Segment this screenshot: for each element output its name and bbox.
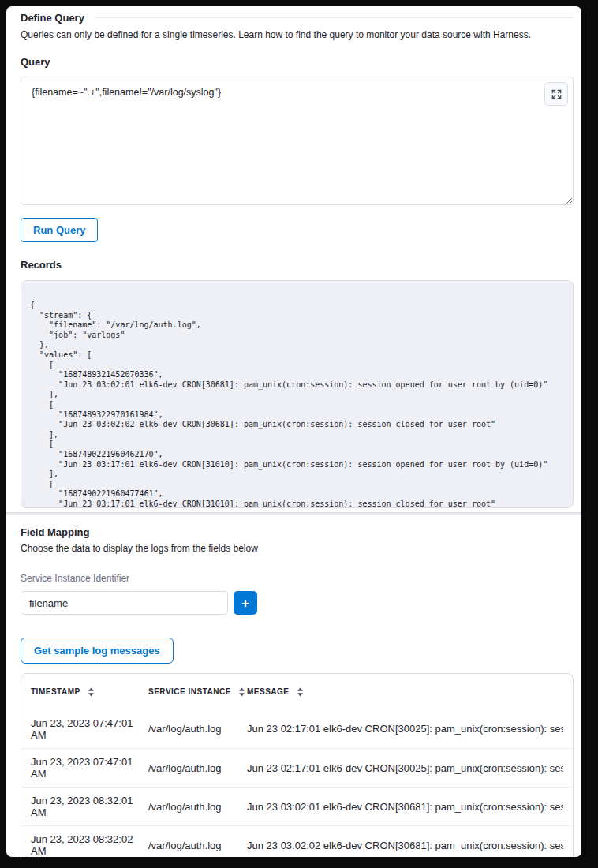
records-panel[interactable]: { "stream": { "filename": "/var/log/auth…	[21, 280, 574, 508]
records-label: Records	[21, 259, 574, 271]
table-row[interactable]: Jun 23, 2023 07:47:01 AM /var/log/auth.l…	[21, 748, 573, 787]
field-mapping-section: Field Mapping Choose the data to display…	[6, 515, 581, 857]
table-row[interactable]: Jun 23, 2023 07:47:01 AM /var/log/auth.l…	[21, 709, 573, 748]
column-header-label: TIMESTAMP	[31, 687, 80, 696]
cell-timestamp: Jun 23, 2023 08:32:02 AM	[31, 833, 148, 857]
cell-message: Jun 23 02:17:01 elk6-dev CRON[30025]: pa…	[247, 723, 563, 735]
column-header-message[interactable]: MESSAGE	[247, 687, 563, 697]
field-mapping-title: Field Mapping	[21, 526, 574, 538]
cell-service-instance: /var/log/auth.log	[148, 840, 247, 851]
cell-timestamp: Jun 23, 2023 08:32:01 AM	[31, 795, 148, 818]
column-header-label: SERVICE INSTANCE	[148, 687, 231, 696]
define-query-title: Define Query	[21, 12, 84, 24]
run-query-button[interactable]: Run Query	[21, 218, 98, 242]
column-header-label: MESSAGE	[247, 687, 290, 696]
expand-query-button[interactable]	[544, 82, 568, 106]
service-instance-row: +	[21, 591, 574, 615]
sort-icon	[238, 687, 245, 697]
expand-fullscreen-icon	[551, 89, 562, 99]
define-query-header: Define Query	[21, 6, 574, 24]
define-query-help-text: Queries can only be defined for a single…	[21, 29, 574, 40]
cell-message: Jun 23 02:17:01 elk6-dev CRON[30025]: pa…	[247, 762, 563, 774]
table-row[interactable]: Jun 23, 2023 08:32:01 AM /var/log/auth.l…	[21, 787, 573, 825]
cell-message: Jun 23 03:02:01 elk6-dev CRON[30681]: pa…	[247, 801, 563, 813]
panel-window: Define Query Queries can only be defined…	[6, 6, 581, 857]
sample-logs-table: TIMESTAMP SERVICE INSTANCE MESSAGE	[21, 673, 574, 857]
field-mapping-subtitle: Choose the data to display the logs from…	[21, 543, 574, 554]
sort-icon	[297, 687, 304, 697]
cell-service-instance: /var/log/auth.log	[148, 801, 247, 813]
get-sample-logs-button[interactable]: Get sample log messages	[21, 638, 174, 664]
cell-service-instance: /var/log/auth.log	[148, 762, 247, 774]
service-instance-input[interactable]	[21, 591, 228, 615]
query-editor: {filename=~".+",filename!="/var/log/sysl…	[21, 77, 574, 205]
query-textarea[interactable]: {filename=~".+",filename!="/var/log/sysl…	[21, 77, 574, 205]
cell-message: Jun 23 03:02:02 elk6-dev CRON[30681]: pa…	[247, 840, 563, 851]
table-header-row: TIMESTAMP SERVICE INSTANCE MESSAGE	[21, 674, 573, 709]
table-row[interactable]: Jun 23, 2023 08:32:02 AM /var/log/auth.l…	[21, 825, 573, 857]
define-query-section: Define Query Queries can only be defined…	[6, 6, 581, 508]
add-field-button[interactable]: +	[234, 591, 257, 615]
sort-icon	[88, 687, 95, 697]
title-divider-line	[95, 17, 574, 18]
column-header-service-instance[interactable]: SERVICE INSTANCE	[148, 687, 247, 697]
column-header-timestamp[interactable]: TIMESTAMP	[31, 687, 148, 697]
cell-timestamp: Jun 23, 2023 07:47:01 AM	[31, 717, 148, 741]
plus-icon: +	[241, 597, 249, 610]
cell-service-instance: /var/log/auth.log	[148, 723, 247, 735]
query-label: Query	[21, 56, 574, 68]
records-json: { "stream": { "filename": "/var/log/auth…	[21, 281, 573, 508]
service-instance-label: Service Instance Identifier	[21, 573, 574, 584]
cell-timestamp: Jun 23, 2023 07:47:01 AM	[31, 756, 148, 780]
